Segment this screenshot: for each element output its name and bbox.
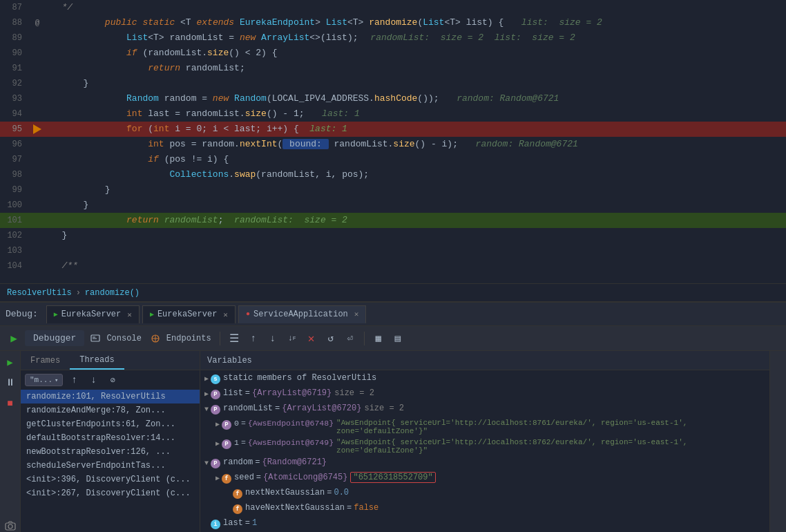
close-tab-2[interactable]: ✕ bbox=[223, 310, 228, 319]
code-line-101: 101 return randomList; randomList: size … bbox=[0, 213, 786, 228]
variables-panel: Variables ▶ s static members of Resolver… bbox=[200, 351, 769, 532]
var-randomlist-0[interactable]: ▶ P 0 = {AwsEndpoint@6748} "AwsEndpoint{… bbox=[200, 417, 769, 437]
pause-side-icon[interactable]: ⏸ bbox=[3, 375, 18, 390]
var-icon-p: P bbox=[211, 390, 220, 399]
seed-value: "65126318552709" bbox=[350, 472, 435, 483]
endpoints-tab[interactable]: Endpoints bbox=[166, 334, 211, 343]
expand-arrow: ▶ bbox=[204, 373, 209, 386]
panel-toolbar: "m... ▾ ↑ ↓ ⊘ bbox=[21, 370, 200, 390]
frame-item-4[interactable]: newBootstrapResolver:126, ... bbox=[21, 445, 200, 459]
close-tab-3[interactable]: ✕ bbox=[354, 310, 359, 319]
code-lines: 87 */ 88 @ public static <T extends Eure… bbox=[0, 0, 786, 274]
panel-tabs: Frames Threads bbox=[21, 351, 200, 370]
frames-filter-btn[interactable]: ⊘ bbox=[104, 372, 121, 388]
console-tab[interactable]: Console bbox=[106, 334, 141, 343]
svg-point-7 bbox=[8, 524, 12, 529]
var-havenextnextgaussian[interactable]: ▶ f haveNextNextGaussian = false bbox=[200, 502, 769, 517]
watch-button[interactable]: ▦ bbox=[370, 330, 387, 347]
var-icon-f2: f bbox=[233, 489, 242, 499]
debug-area: Debug: ▶ EurekaServer ✕ ▶ EurekaServer ✕… bbox=[0, 301, 786, 532]
code-line-91: 91 return randomList; bbox=[0, 61, 786, 76]
step-into-button[interactable]: ↓ bbox=[265, 330, 281, 347]
frame-item-5[interactable]: scheduleServerEndpointTas... bbox=[21, 459, 200, 473]
var-last[interactable]: ▶ i last = 1 bbox=[200, 517, 769, 532]
mute-button[interactable]: ⏎ bbox=[342, 330, 358, 347]
restart-button[interactable]: ↺ bbox=[323, 330, 339, 347]
close-tab-1[interactable]: ✕ bbox=[127, 310, 132, 319]
debug-content: ▶ ⏸ ■ Frames Threads "m... ▾ bbox=[0, 351, 786, 532]
var-icon-f: f bbox=[222, 474, 231, 484]
frames-list: randomize:101, ResolverUtils randomizeAn… bbox=[21, 390, 200, 532]
code-line-103: 103 bbox=[0, 243, 786, 258]
breadcrumb: ResolverUtils › randomize() bbox=[0, 283, 786, 301]
resume-button[interactable]: ▶ bbox=[6, 330, 22, 347]
endpoints-icon[interactable] bbox=[147, 330, 164, 347]
code-line-99: 99 } bbox=[0, 182, 786, 198]
var-icon-s: s bbox=[211, 374, 220, 384]
breadcrumb-method[interactable]: randomize() bbox=[85, 288, 140, 298]
debug-tabs-bar: Debug: ▶ EurekaServer ✕ ▶ EurekaServer ✕… bbox=[0, 303, 786, 326]
var-icon-p2: P bbox=[211, 405, 220, 415]
breadcrumb-sep: › bbox=[76, 288, 81, 298]
expand-arrow-down: ▼ bbox=[204, 403, 209, 416]
frames-up-btn[interactable]: ↑ bbox=[66, 372, 82, 388]
code-line-98: 98 Collections.swap(randomList, i, pos); bbox=[0, 167, 786, 182]
resume-side-icon[interactable]: ▶ bbox=[3, 354, 18, 370]
var-icon-p3: P bbox=[222, 420, 231, 430]
breakpoint-arrow bbox=[33, 124, 41, 134]
tab-frames[interactable]: Frames bbox=[21, 351, 70, 370]
structure-sidebar[interactable]: Structure bbox=[769, 351, 786, 532]
var-icon-f3: f bbox=[233, 504, 242, 514]
var-seed[interactable]: ▶ f seed = {AtomicLong@6745} "6512631855… bbox=[200, 471, 769, 486]
debug-tab-serviceaa[interactable]: ● ServiceAApplication ✕ bbox=[238, 305, 366, 323]
var-static[interactable]: ▶ s static members of ResolverUtils bbox=[200, 372, 769, 387]
thread-dropdown[interactable]: "m... ▾ bbox=[25, 374, 63, 386]
frame-item-0[interactable]: randomize:101, ResolverUtils bbox=[21, 390, 200, 403]
code-editor: 87 */ 88 @ public static <T extends Eure… bbox=[0, 0, 786, 283]
var-randomlist-1[interactable]: ▶ P 1 = {AwsEndpoint@6749} "AwsEndpoint{… bbox=[200, 437, 769, 456]
var-list[interactable]: ▶ P list = {ArrayList@6719} size = 2 bbox=[200, 387, 769, 402]
sep2 bbox=[364, 332, 365, 345]
variables-list: ▶ s static members of ResolverUtils ▶ P … bbox=[200, 370, 769, 532]
stop-side-icon[interactable]: ■ bbox=[3, 396, 18, 411]
stop-button[interactable]: ✕ bbox=[303, 330, 320, 347]
frame-item-3[interactable]: defaultBootstrapResolver:14... bbox=[21, 431, 200, 445]
settings-button[interactable]: ☰ bbox=[226, 330, 242, 347]
expand-arrow: ▶ bbox=[204, 388, 209, 401]
step-over-button[interactable]: ↑ bbox=[245, 330, 262, 347]
tab-threads[interactable]: Threads bbox=[70, 351, 124, 370]
chevron-down-icon: ▾ bbox=[55, 377, 58, 384]
debug-tab-eureka2[interactable]: ▶ EurekaServer ✕ bbox=[142, 305, 236, 323]
debugger-tab[interactable]: Debugger bbox=[25, 330, 84, 346]
breadcrumb-resolver[interactable]: ResolverUtils bbox=[7, 288, 72, 298]
var-random[interactable]: ▼ P random = {Random@6721} bbox=[200, 456, 769, 471]
memory-button[interactable]: ▤ bbox=[390, 330, 406, 347]
variables-header: Variables bbox=[200, 351, 769, 370]
code-line-104: 104 /** bbox=[0, 258, 786, 274]
debug-tab-eureka1[interactable]: ▶ EurekaServer ✕ bbox=[46, 305, 140, 323]
console-icon[interactable] bbox=[87, 330, 104, 347]
debug-label: Debug: bbox=[6, 309, 44, 319]
frame-item-6[interactable]: <init>:396, DiscoveryClient (c... bbox=[21, 473, 200, 486]
code-line-102: 102 } bbox=[0, 228, 786, 243]
toolbar-row: ▶ Debugger Console Endpoints ☰ ↑ ↓ ↓F ✕ … bbox=[0, 326, 786, 351]
camera-side-icon[interactable] bbox=[3, 518, 18, 532]
sep1 bbox=[220, 332, 220, 345]
frame-item-2[interactable]: getClusterEndpoints:61, Zon... bbox=[21, 417, 200, 431]
var-nextnextgaussian[interactable]: ▶ f nextNextGaussian = 0.0 bbox=[200, 486, 769, 502]
var-icon-i: i bbox=[211, 520, 220, 529]
force-step-button[interactable]: ↓F bbox=[284, 330, 300, 347]
var-icon-random: P bbox=[211, 459, 220, 468]
frame-item-7[interactable]: <init>:267, DiscoveryClient (c... bbox=[21, 486, 200, 500]
frames-panel: Frames Threads "m... ▾ ↑ ↓ ⊘ randomize:1… bbox=[21, 351, 200, 532]
left-sidebar: ▶ ⏸ ■ bbox=[0, 351, 21, 532]
var-icon-p4: P bbox=[222, 439, 231, 449]
frames-down-btn[interactable]: ↓ bbox=[85, 372, 102, 388]
var-randomlist[interactable]: ▼ P randomList = {ArrayList@6720} size =… bbox=[200, 402, 769, 417]
frame-item-1[interactable]: randomizeAndMerge:78, Zon... bbox=[21, 403, 200, 417]
